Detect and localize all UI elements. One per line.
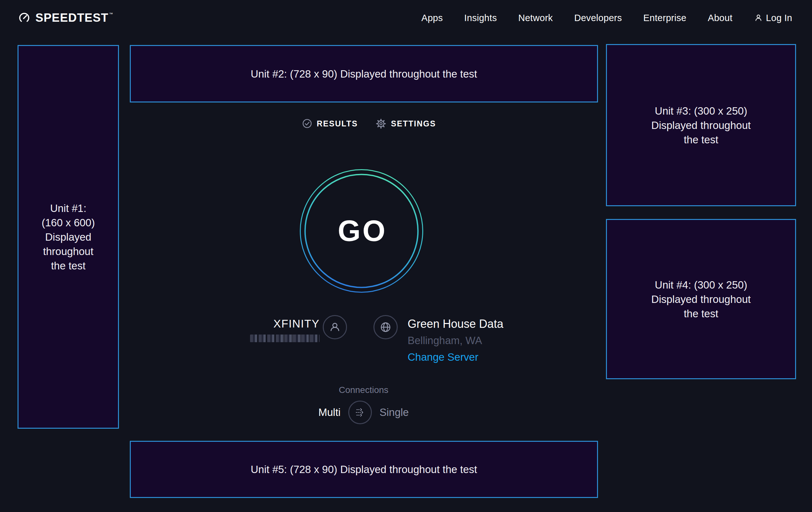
multi-arrows-icon (353, 406, 367, 419)
server-info: Green House Data Bellingham, WA Change S… (408, 317, 503, 364)
nav-item-apps[interactable]: Apps (421, 13, 443, 23)
connections-row: Multi Single (300, 401, 427, 424)
view-tabs: RESULTS SETTINGS (302, 117, 436, 130)
ad-unit-1-label: Unit #1: (160 x 600) Displayed throughou… (42, 201, 95, 273)
connections-single-option[interactable]: Single (379, 406, 409, 419)
connections-multi-option[interactable]: Multi (318, 406, 341, 419)
server-name: Green House Data (408, 317, 503, 331)
person-icon (327, 320, 342, 334)
tab-settings-label: SETTINGS (391, 119, 436, 128)
connections-label: Connections (300, 385, 427, 396)
nav-item-developers[interactable]: Developers (574, 13, 622, 23)
nav-item-network[interactable]: Network (518, 13, 553, 23)
top-nav: SPEEDTEST™ Apps Insights Network Develop… (0, 0, 812, 36)
isp-name: XFINITY (250, 317, 320, 331)
speedtest-logo[interactable]: SPEEDTEST™ (18, 11, 113, 25)
isp-avatar (323, 315, 347, 339)
nav-menu: Apps Insights Network Developers Enterpr… (421, 13, 792, 23)
ad-unit-4[interactable]: Unit #4: (300 x 250) Displayed throughou… (606, 219, 796, 379)
globe-icon (378, 320, 393, 334)
redacted-ip-bar (250, 334, 320, 342)
speedtest-gauge-icon (18, 11, 31, 25)
login-button[interactable]: Log In (754, 13, 792, 23)
connections-section: Connections Multi Single (300, 385, 427, 424)
ad-unit-1[interactable]: Unit #1: (160 x 600) Displayed throughou… (18, 45, 119, 429)
ad-unit-5-label: Unit #5: (728 x 90) Displayed throughout… (251, 462, 477, 477)
ad-unit-3[interactable]: Unit #3: (300 x 250) Displayed throughou… (606, 44, 796, 206)
ad-unit-5[interactable]: Unit #5: (728 x 90) Displayed throughout… (130, 441, 598, 498)
nav-item-enterprise[interactable]: Enterprise (643, 13, 686, 23)
gear-icon (375, 118, 387, 130)
go-button-label: GO (299, 168, 424, 293)
change-server-link[interactable]: Change Server (408, 350, 478, 364)
connections-toggle[interactable] (348, 401, 372, 424)
isp-info: XFINITY (250, 317, 320, 342)
logo-wordmark: SPEEDTEST™ (35, 11, 113, 25)
server-location: Bellingham, WA (408, 334, 503, 347)
user-icon (754, 14, 763, 22)
nav-item-insights[interactable]: Insights (464, 13, 497, 23)
server-avatar (374, 315, 398, 339)
ad-unit-4-label: Unit #4: (300 x 250) Displayed throughou… (651, 278, 751, 321)
login-label: Log In (766, 13, 792, 23)
go-button[interactable]: GO (299, 168, 424, 293)
trademark-mark: ™ (109, 12, 113, 16)
tab-results-label: RESULTS (317, 119, 358, 128)
check-circle-icon (302, 118, 313, 129)
tab-results[interactable]: RESULTS (302, 118, 358, 129)
ad-unit-2[interactable]: Unit #2: (728 x 90) Displayed throughout… (130, 45, 598, 103)
ad-unit-3-label: Unit #3: (300 x 250) Displayed throughou… (651, 104, 751, 147)
tab-settings[interactable]: SETTINGS (375, 118, 436, 130)
nav-item-about[interactable]: About (708, 13, 732, 23)
ad-unit-2-label: Unit #2: (728 x 90) Displayed throughout… (251, 67, 477, 81)
